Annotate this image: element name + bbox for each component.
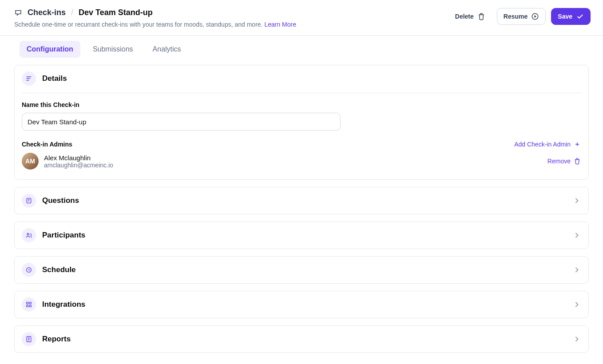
name-label: Name this Check-in xyxy=(22,101,581,108)
plus-icon xyxy=(573,140,581,148)
save-label: Save xyxy=(558,13,572,20)
breadcrumb-root[interactable]: Check-ins xyxy=(28,8,66,17)
section-schedule-title: Schedule xyxy=(42,265,76,274)
chevron-right-icon xyxy=(572,196,581,205)
breadcrumb: Check-ins / Dev Team Stand-up xyxy=(14,8,296,17)
tab-analytics[interactable]: Analytics xyxy=(146,41,188,58)
questions-icon xyxy=(22,194,36,208)
admins-header: Check-in Admins Add Check-in Admin xyxy=(22,140,581,148)
section-questions-title: Questions xyxy=(42,196,79,205)
check-icon xyxy=(576,12,584,20)
section-details: Details Name this Check-in Check-in Admi… xyxy=(14,65,589,180)
header-left: Check-ins / Dev Team Stand-up Schedule o… xyxy=(14,8,296,28)
avatar: AM xyxy=(22,153,39,170)
svg-rect-5 xyxy=(29,302,31,304)
checkin-name-input[interactable] xyxy=(22,113,341,131)
tabs: Configuration Submissions Analytics xyxy=(0,36,603,58)
remove-admin-button[interactable]: Remove xyxy=(547,157,581,165)
section-participants[interactable]: Participants xyxy=(14,222,589,249)
section-questions[interactable]: Questions xyxy=(14,187,589,214)
admin-name: Alex Mclaughlin xyxy=(44,154,113,162)
page-subtitle: Schedule one-time or recurrant check-ins… xyxy=(14,21,296,28)
section-details-header[interactable]: Details xyxy=(15,65,588,92)
message-icon xyxy=(14,9,22,17)
page-frame: Check-ins / Dev Team Stand-up Schedule o… xyxy=(0,0,603,364)
breadcrumb-separator: / xyxy=(71,8,73,17)
svg-rect-7 xyxy=(29,305,31,307)
add-admin-label: Add Check-in Admin xyxy=(514,141,571,148)
tab-configuration[interactable]: Configuration xyxy=(20,41,80,58)
schedule-icon xyxy=(22,263,36,277)
reports-icon xyxy=(22,332,36,346)
delete-button[interactable]: Delete xyxy=(449,8,492,24)
save-button[interactable]: Save xyxy=(551,8,591,25)
chevron-right-icon xyxy=(572,265,581,274)
delete-label: Delete xyxy=(455,13,474,20)
trash-icon xyxy=(573,157,581,165)
section-integrations[interactable]: Integrations xyxy=(14,291,589,318)
section-reports[interactable]: Reports xyxy=(14,325,589,353)
section-integrations-title: Integrations xyxy=(42,300,85,309)
resume-label: Resume xyxy=(504,13,528,20)
admin-email: amclaughlin@acmeinc.io xyxy=(44,162,113,169)
header-actions: Delete Resume Save xyxy=(449,8,591,25)
section-schedule[interactable]: Schedule xyxy=(14,256,589,284)
divider xyxy=(22,93,581,93)
section-details-body: Name this Check-in Check-in Admins Add C… xyxy=(15,93,588,179)
text-icon xyxy=(22,71,36,86)
section-details-title: Details xyxy=(42,74,67,83)
svg-point-2 xyxy=(27,233,29,235)
admin-identity: AM Alex Mclaughlin amclaughlin@acmeinc.i… xyxy=(22,153,113,170)
remove-label: Remove xyxy=(547,158,571,165)
integrations-icon xyxy=(22,297,36,312)
tab-submissions[interactable]: Submissions xyxy=(86,41,140,58)
admins-label: Check-in Admins xyxy=(22,141,72,148)
section-participants-title: Participants xyxy=(42,231,85,240)
section-reports-title: Reports xyxy=(42,335,71,344)
breadcrumb-current: Dev Team Stand-up xyxy=(79,8,153,17)
resume-button[interactable]: Resume xyxy=(497,8,546,25)
chevron-right-icon xyxy=(572,231,581,240)
page-body: Details Name this Check-in Check-in Admi… xyxy=(0,58,603,364)
chevron-right-icon xyxy=(572,335,581,344)
svg-rect-6 xyxy=(27,305,28,307)
subtitle-text: Schedule one-time or recurrant check-ins… xyxy=(14,21,264,28)
chevron-right-icon xyxy=(572,300,581,309)
learn-more-link[interactable]: Learn More xyxy=(264,21,296,28)
play-circle-icon xyxy=(531,12,539,20)
admin-row: AM Alex Mclaughlin amclaughlin@acmeinc.i… xyxy=(22,153,581,170)
page-header: Check-ins / Dev Team Stand-up Schedule o… xyxy=(0,0,603,36)
trash-icon xyxy=(477,12,485,20)
participants-icon xyxy=(22,228,36,242)
svg-rect-4 xyxy=(27,302,28,304)
add-admin-button[interactable]: Add Check-in Admin xyxy=(514,140,581,148)
